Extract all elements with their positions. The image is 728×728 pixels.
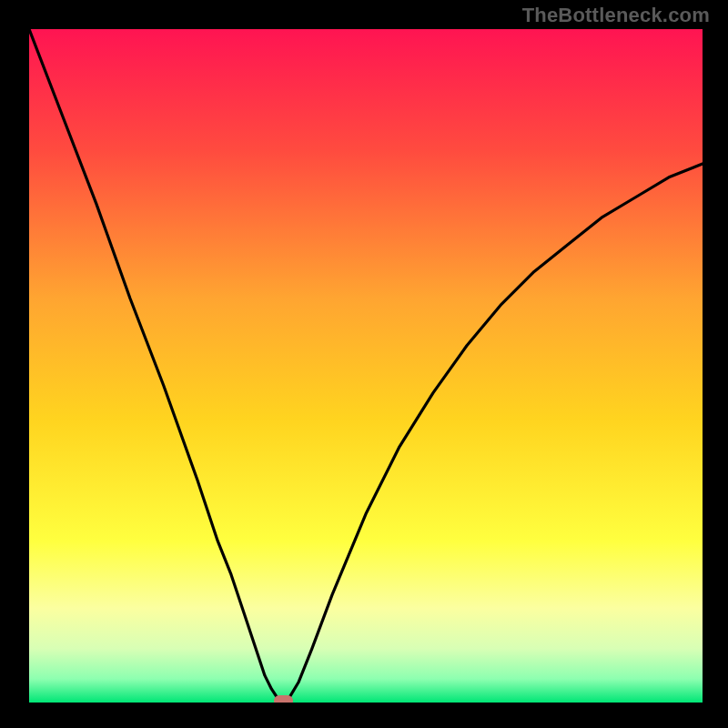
chart-frame: TheBottleneck.com — [0, 0, 728, 728]
plot-area — [29, 29, 703, 703]
optimal-point-marker — [274, 695, 293, 703]
bottleneck-curve — [29, 29, 703, 703]
watermark-text: TheBottleneck.com — [522, 4, 710, 27]
